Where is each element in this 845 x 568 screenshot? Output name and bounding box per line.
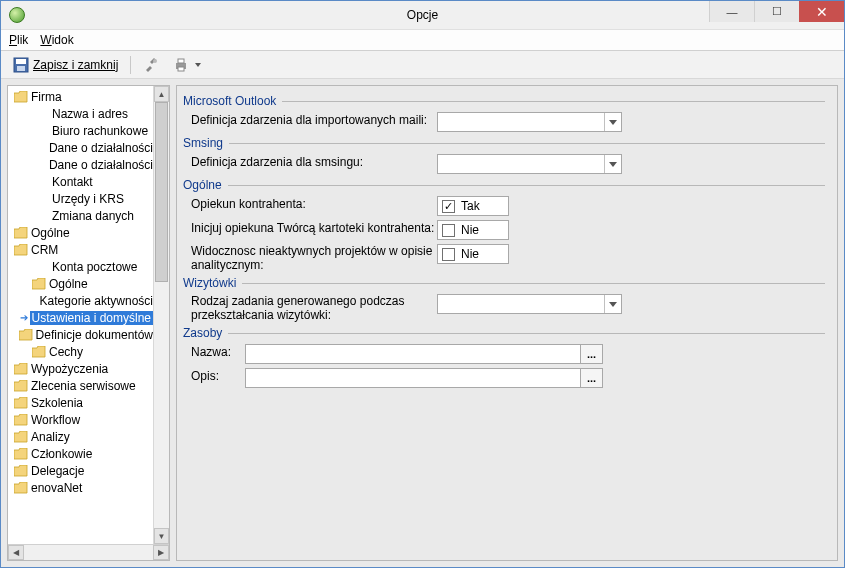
group-outlook: Microsoft Outlook Definicja zdarzenia dl… (183, 94, 825, 132)
zasoby-opis-input[interactable] (245, 368, 581, 388)
folder-icon (32, 278, 46, 290)
folder-icon (32, 346, 46, 358)
folder-icon (14, 363, 28, 375)
chevron-down-icon (604, 155, 621, 173)
tree-item-label: Dane o działalności (49, 141, 153, 155)
tree-item[interactable]: Urzędy i KRS (8, 190, 169, 207)
svg-point-3 (153, 59, 157, 63)
tools-icon (143, 57, 159, 73)
ogolne-field1-value: Tak (461, 199, 480, 213)
titlebar: Opcje — ☐ ✕ (1, 1, 844, 29)
tree-item[interactable]: Szkolenia (8, 394, 169, 411)
chevron-down-icon (604, 295, 621, 313)
tree-item[interactable]: Członkowie (8, 445, 169, 462)
folder-icon (14, 431, 28, 443)
group-wizytowki: Wizytówki Rodzaj zadania generowanego po… (183, 276, 825, 322)
tree-item-label: Analizy (31, 430, 70, 444)
group-wizytowki-title: Wizytówki (183, 276, 236, 290)
window-title: Opcje (407, 8, 438, 22)
tree-item-label: Kontakt (52, 175, 93, 189)
menu-plik-rest: lik (17, 33, 28, 47)
scroll-down-button[interactable]: ▼ (154, 528, 169, 544)
tools-button[interactable] (139, 55, 163, 75)
svg-rect-1 (16, 59, 26, 64)
minimize-button[interactable]: — (709, 1, 754, 22)
horizontal-scrollbar[interactable]: ◀ ▶ (8, 544, 169, 560)
vertical-scrollbar[interactable]: ▲ ▼ (153, 86, 169, 544)
ogolne-field1-label: Opiekun kontrahenta: (183, 196, 437, 212)
tree-item[interactable]: Firma (8, 88, 169, 105)
tree-item[interactable]: ➔Ustawienia i domyślne (8, 309, 169, 326)
tree-item[interactable]: Dane o działalności (8, 156, 169, 173)
maximize-button[interactable]: ☐ (754, 1, 799, 22)
tree-item[interactable]: Wypożyczenia (8, 360, 169, 377)
ogolne-field2-control[interactable]: Nie (437, 220, 509, 240)
tree-item[interactable]: enovaNet (8, 479, 169, 496)
tree-item[interactable]: Ogólne (8, 224, 169, 241)
window-buttons: — ☐ ✕ (709, 1, 844, 22)
smsing-field1-combo[interactable] (437, 154, 622, 174)
tree-item-label: Delegacje (31, 464, 84, 478)
tree-item[interactable]: Definicje dokumentów (8, 326, 169, 343)
folder-icon (14, 244, 28, 256)
zasoby-nazwa-input[interactable] (245, 344, 581, 364)
ogolne-field3-value: Nie (461, 247, 479, 261)
outlook-field1-combo[interactable] (437, 112, 622, 132)
tree-item-label: Nazwa i adres (52, 107, 128, 121)
group-smsing-title: Smsing (183, 136, 223, 150)
smsing-field1-label: Definicja zdarzenia dla smsingu: (183, 154, 437, 170)
tree-item-label: Wypożyczenia (31, 362, 108, 376)
tree-item-label: CRM (31, 243, 58, 257)
tree-item-label: Biuro rachunkowe (52, 124, 148, 138)
tree-item[interactable]: Workflow (8, 411, 169, 428)
tree-item[interactable]: Kategorie aktywności (8, 292, 169, 309)
chevron-down-icon (604, 113, 621, 131)
print-button[interactable] (169, 55, 205, 75)
menu-plik[interactable]: Plik (9, 33, 28, 47)
tree-item[interactable]: Delegacje (8, 462, 169, 479)
group-zasoby: Zasoby Nazwa: ... Opis: ... (183, 326, 825, 388)
save-and-close-button[interactable]: Zapisz i zamknij (9, 55, 122, 75)
checkbox-icon (442, 248, 455, 261)
close-button[interactable]: ✕ (799, 1, 844, 22)
tree-item[interactable]: Konta pocztowe (8, 258, 169, 275)
tree-item-label: Zmiana danych (52, 209, 134, 223)
tree-item-label: Ustawienia i domyślne (30, 311, 153, 325)
tree-view[interactable]: FirmaNazwa i adresBiuro rachunkoweDane o… (8, 86, 169, 544)
ogolne-field1-control[interactable]: Tak (437, 196, 509, 216)
print-icon (173, 57, 189, 73)
tree-item-label: Cechy (49, 345, 83, 359)
zasoby-nazwa-browse-button[interactable]: ... (581, 344, 603, 364)
tree-item[interactable]: Biuro rachunkowe (8, 122, 169, 139)
svg-rect-5 (178, 59, 184, 63)
group-outlook-title: Microsoft Outlook (183, 94, 276, 108)
scroll-thumb[interactable] (155, 102, 168, 282)
wizytowki-field1-combo[interactable] (437, 294, 622, 314)
tree-item-label: Zlecenia serwisowe (31, 379, 136, 393)
menubar: Plik Widok (1, 29, 844, 51)
scroll-right-button[interactable]: ▶ (153, 545, 169, 560)
folder-icon (14, 397, 28, 409)
tree-item[interactable]: Zlecenia serwisowe (8, 377, 169, 394)
tree-item[interactable]: Zmiana danych (8, 207, 169, 224)
tree-item[interactable]: Dane o działalności (8, 139, 169, 156)
options-window: Opcje — ☐ ✕ Plik Widok Zapisz i zamknij (0, 0, 845, 568)
toolbar-separator (130, 56, 131, 74)
save-icon (13, 57, 29, 73)
scroll-left-button[interactable]: ◀ (8, 545, 24, 560)
menu-widok-rest: idok (52, 33, 74, 47)
scroll-up-button[interactable]: ▲ (154, 86, 169, 102)
tree-item[interactable]: Analizy (8, 428, 169, 445)
tree-panel: FirmaNazwa i adresBiuro rachunkoweDane o… (7, 85, 170, 561)
folder-icon (19, 329, 33, 341)
tree-item[interactable]: Cechy (8, 343, 169, 360)
tree-item[interactable]: CRM (8, 241, 169, 258)
tree-item[interactable]: Nazwa i adres (8, 105, 169, 122)
tree-item[interactable]: Kontakt (8, 173, 169, 190)
ogolne-field3-control[interactable]: Nie (437, 244, 509, 264)
tree-item-label: Kategorie aktywności (40, 294, 153, 308)
tree-item[interactable]: Ogólne (8, 275, 169, 292)
folder-icon (14, 227, 28, 239)
menu-widok[interactable]: Widok (40, 33, 73, 47)
zasoby-opis-browse-button[interactable]: ... (581, 368, 603, 388)
